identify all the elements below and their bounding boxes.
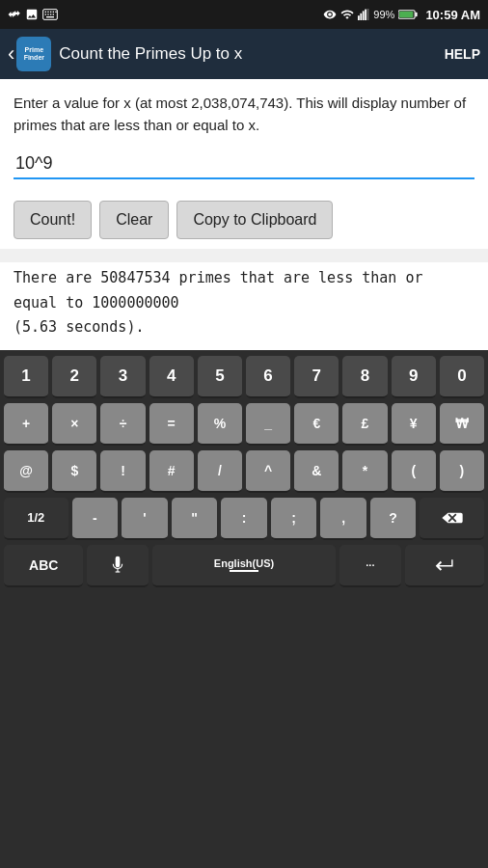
svg-rect-2 (47, 12, 48, 13)
lang-label: English(US) (214, 557, 274, 569)
svg-rect-10 (46, 16, 54, 17)
app-logo: Prime Finder (16, 37, 51, 71)
keyboard: 1 2 3 4 5 6 7 8 9 0 + × ÷ = % _ € £ ¥ ₩ … (0, 350, 488, 869)
svg-rect-8 (50, 14, 51, 14)
svg-rect-1 (45, 12, 46, 13)
kb-key-lparen[interactable]: ( (392, 450, 436, 493)
kb-key-language[interactable]: English(US) (152, 545, 336, 587)
kb-key-rparen[interactable]: ) (440, 450, 484, 493)
kb-key-dollar[interactable]: $ (52, 450, 96, 493)
main-content: Enter a value for x (at most 2,038,074,7… (0, 79, 488, 191)
kb-key-question[interactable]: ? (370, 498, 417, 540)
svg-rect-9 (53, 14, 54, 14)
svg-rect-4 (53, 12, 54, 13)
kb-row-symbols3: 1/2 - ' " : ; , ? (4, 498, 484, 540)
value-input[interactable] (15, 153, 473, 174)
svg-rect-3 (50, 12, 51, 13)
kb-key-mic[interactable] (87, 545, 148, 587)
kb-key-ampersand[interactable]: & (294, 450, 339, 493)
description-text: Enter a value for x (at most 2,038,074,7… (14, 93, 474, 136)
kb-key-4[interactable]: 4 (149, 356, 194, 398)
kb-key-5[interactable]: 5 (198, 356, 242, 398)
kb-key-12[interactable]: 1/2 (4, 498, 68, 540)
status-left-icons (8, 8, 58, 21)
status-right-icons: 99% 10:59 AM (323, 8, 480, 22)
kb-key-at[interactable]: @ (4, 450, 48, 493)
kb-key-colon[interactable]: : (221, 498, 267, 540)
kb-key-semicolon[interactable]: ; (271, 498, 317, 540)
kb-key-won[interactable]: ₩ (440, 403, 484, 446)
kb-key-minus[interactable]: - (72, 498, 119, 540)
kb-key-asterisk[interactable]: * (342, 450, 387, 493)
svg-rect-19 (116, 556, 121, 567)
clear-button[interactable]: Clear (99, 201, 169, 239)
kb-key-percent[interactable]: % (198, 403, 242, 446)
kb-key-9[interactable]: 9 (392, 356, 436, 398)
kb-key-div[interactable]: ÷ (100, 403, 145, 446)
status-bar: 99% 10:59 AM (0, 0, 488, 29)
kb-key-backspace[interactable] (420, 498, 484, 540)
svg-rect-5 (55, 12, 56, 13)
kb-key-caret[interactable]: ^ (246, 450, 290, 493)
kb-row-bottom: ABC English(US) ··· (4, 545, 484, 587)
kb-key-enter[interactable] (405, 545, 484, 587)
kb-key-0[interactable]: 0 (440, 356, 484, 398)
svg-rect-11 (358, 15, 360, 20)
kb-key-comma[interactable]: , (320, 498, 366, 540)
kb-row-numbers: 1 2 3 4 5 6 7 8 9 0 (4, 356, 484, 398)
status-time: 10:59 AM (425, 8, 480, 22)
svg-rect-13 (363, 11, 365, 20)
kb-key-equals[interactable]: = (149, 403, 194, 446)
kb-key-underscore[interactable]: _ (246, 403, 290, 446)
result-text: There are 50847534 primes that are less … (14, 266, 474, 340)
svg-rect-15 (367, 9, 369, 20)
kb-key-abc[interactable]: ABC (4, 545, 83, 587)
svg-rect-6 (45, 14, 46, 14)
button-row: Count! Clear Copy to Clipboard (0, 191, 488, 249)
kb-key-1[interactable]: 1 (4, 356, 48, 398)
count-button[interactable]: Count! (14, 201, 92, 239)
kb-key-6[interactable]: 6 (246, 356, 290, 398)
kb-key-2[interactable]: 2 (52, 356, 96, 398)
kb-key-times[interactable]: × (52, 403, 96, 446)
svg-rect-18 (399, 12, 413, 17)
kb-key-quote[interactable]: " (172, 498, 218, 540)
battery-level: 99% (373, 9, 394, 20)
kb-key-8[interactable]: 8 (342, 356, 387, 398)
app-header: ‹ Prime Finder Count the Primes Up to x … (0, 29, 488, 79)
kb-key-7[interactable]: 7 (294, 356, 339, 398)
kb-row-symbols2: @ $ ! # / ^ & * ( ) (4, 450, 484, 493)
app-title: Count the Primes Up to x (59, 44, 444, 64)
kb-key-slash[interactable]: / (198, 450, 242, 493)
back-icon[interactable]: ‹ (8, 41, 14, 67)
svg-rect-17 (416, 13, 418, 16)
kb-row-symbols1: + × ÷ = % _ € £ ¥ ₩ (4, 403, 484, 446)
input-container (14, 149, 474, 179)
kb-key-hash[interactable]: # (149, 450, 194, 493)
copy-button[interactable]: Copy to Clipboard (176, 201, 333, 239)
kb-key-yen[interactable]: ¥ (392, 403, 436, 446)
help-button[interactable]: HELP (445, 46, 480, 62)
kb-key-euro[interactable]: € (294, 403, 339, 446)
result-area: There are 50847534 primes that are less … (0, 262, 488, 350)
lang-underline (230, 570, 258, 572)
svg-rect-14 (366, 10, 367, 20)
svg-rect-7 (47, 14, 48, 14)
kb-key-3[interactable]: 3 (100, 356, 145, 398)
kb-key-pound[interactable]: £ (342, 403, 387, 446)
kb-key-apostrophe[interactable]: ' (122, 498, 168, 540)
kb-key-exclaim[interactable]: ! (100, 450, 145, 493)
svg-rect-12 (361, 14, 363, 20)
kb-key-plus[interactable]: + (4, 403, 48, 446)
kb-key-emoji[interactable]: ··· (339, 545, 400, 587)
